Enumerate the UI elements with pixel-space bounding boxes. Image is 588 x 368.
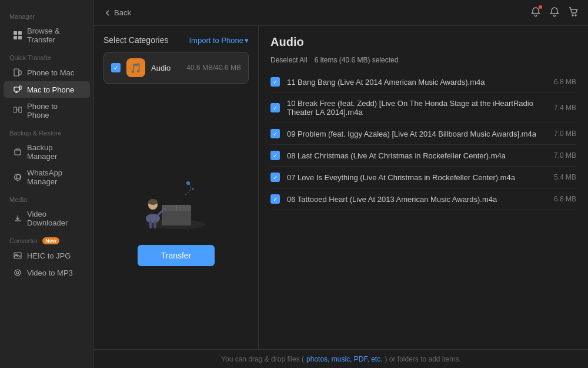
file-size-2: 7.0 MB [547, 130, 576, 138]
svg-rect-27 [149, 221, 152, 228]
sidebar-item-backup-manager[interactable]: Backup Manager [4, 140, 90, 164]
file-checkbox-0[interactable]: ✓ [270, 77, 280, 87]
import-btn-label: Import to Phone [189, 36, 244, 45]
phone-mac-icon [13, 68, 22, 77]
topbar-icons [530, 6, 579, 19]
sidebar-item-label: WhatsApp Manager [27, 168, 81, 186]
grid-icon [13, 31, 22, 40]
bell-icon[interactable] [549, 6, 560, 19]
whatsapp-icon [13, 173, 22, 182]
category-name: Audio [151, 64, 181, 72]
back-button[interactable]: Back [103, 8, 131, 17]
sidebar-item-label: HEIC to JPG [27, 251, 71, 260]
categories-panel: Select Categories Import to Phone ▾ ✓ 🎵 … [94, 26, 259, 349]
svg-point-17 [16, 271, 19, 274]
sidebar-item-label: Video to MP3 [27, 268, 73, 277]
file-item: ✓ 06 Tattooed Heart (Live At 2013 Americ… [270, 188, 576, 210]
back-label: Back [114, 8, 131, 17]
sidebar-item-video-downloader[interactable]: Video Downloader [4, 206, 90, 231]
sidebar: Manager Browse & Transfer Quick Transfer [0, 0, 94, 368]
file-checkbox-1[interactable]: ✓ [270, 103, 280, 112]
transfer-illustration [129, 163, 223, 233]
deselect-all-button[interactable]: Deselect All [270, 56, 308, 64]
illustration-area: Transfer [103, 88, 249, 340]
category-item-audio[interactable]: ✓ 🎵 Audio 40.6 MB/40.6 MB [103, 52, 249, 84]
section-label-quick-transfer: Quick Transfer [0, 48, 93, 64]
svg-rect-11 [19, 107, 22, 112]
sidebar-item-video-to-mp3[interactable]: Video to MP3 [4, 264, 90, 281]
svg-rect-3 [18, 36, 22, 39]
sidebar-item-mac-to-phone[interactable]: Mac to Phone [4, 81, 90, 98]
svg-rect-0 [14, 31, 17, 35]
download-icon [13, 214, 22, 223]
file-size-1: 7.4 MB [547, 104, 576, 112]
files-toolbar: Deselect All 6 items (40.6 MB) selected [270, 56, 576, 64]
svg-rect-28 [153, 221, 156, 228]
chevron-down-icon: ▾ [245, 36, 249, 45]
file-size-0: 6.8 MB [547, 78, 576, 86]
sidebar-item-whatsapp-manager[interactable]: WhatsApp Manager [4, 165, 90, 190]
file-size-5: 6.8 MB [547, 195, 576, 203]
svg-point-16 [15, 270, 21, 276]
section-label-manager: Manager [0, 7, 93, 22]
video-mp3-icon [13, 268, 22, 277]
file-name-0: 11 Bang Bang (Live At 2014 American Musi… [287, 78, 540, 87]
sidebar-item-phone-to-phone[interactable]: Phone to Phone [4, 98, 90, 123]
bottom-bar: You can drag & drop files ( photos, musi… [94, 349, 588, 368]
sidebar-section-quick-transfer: Quick Transfer Phone to Mac Mac to Phone [0, 48, 93, 124]
bottom-text-2: ) or folders to add items. [385, 355, 460, 363]
svg-rect-5 [19, 71, 21, 75]
files-list: ✓ 11 Bang Bang (Live At 2014 American Mu… [270, 71, 576, 340]
file-checkbox-2[interactable]: ✓ [270, 129, 280, 138]
bottom-link[interactable]: photos, music, PDF, etc. [306, 355, 382, 363]
import-to-phone-button[interactable]: Import to Phone ▾ [189, 36, 249, 45]
sidebar-item-browse-transfer[interactable]: Browse & Transfer [4, 23, 90, 48]
file-size-3: 7.0 MB [547, 151, 576, 160]
sidebar-section-backup: Backup & Restore Backup Manager WhatsApp… [0, 124, 93, 190]
file-item: ✓ 09 Problem (feat. Iggy Azalea) [Live A… [270, 123, 576, 145]
svg-point-26 [148, 199, 158, 205]
audio-checkbox[interactable]: ✓ [111, 63, 121, 72]
svg-rect-9 [19, 86, 21, 89]
file-name-2: 09 Problem (feat. Iggy Azalea) [Live At … [287, 130, 540, 138]
file-name-3: 08 Last Christmas (Live At Christmas in … [287, 151, 540, 160]
file-name-5: 06 Tattooed Heart (Live At 2013 American… [287, 195, 540, 204]
section-label-media: Media [0, 190, 93, 205]
audio-panel-title: Audio [270, 35, 576, 49]
section-label-converter: Converter New [0, 231, 93, 247]
file-checkbox-5[interactable]: ✓ [270, 194, 280, 204]
svg-point-30 [192, 188, 194, 190]
sidebar-item-label: Browse & Transfer [27, 26, 81, 44]
sidebar-item-heic-to-jpg[interactable]: HEIC to JPG [4, 247, 90, 264]
file-item: ✓ 11 Bang Bang (Live At 2014 American Mu… [270, 71, 576, 93]
category-size: 40.6 MB/40.6 MB [186, 64, 241, 72]
main-area: Back [94, 0, 588, 368]
sidebar-item-phone-to-mac[interactable]: Phone to Mac [4, 64, 90, 81]
sidebar-section-manager: Manager Browse & Transfer [0, 7, 93, 48]
mac-phone-icon [13, 85, 22, 94]
svg-rect-1 [18, 31, 22, 35]
svg-point-18 [572, 15, 573, 16]
sidebar-item-label: Phone to Phone [27, 102, 81, 120]
transfer-button[interactable]: Transfer [138, 245, 215, 266]
heic-icon [13, 251, 22, 260]
svg-point-19 [575, 15, 576, 16]
cart-icon[interactable] [568, 6, 579, 19]
svg-rect-4 [14, 69, 19, 76]
audio-icon-circle: 🎵 [126, 58, 145, 77]
sidebar-item-label: Mac to Phone [27, 85, 74, 94]
new-badge: New [42, 237, 59, 244]
file-checkbox-4[interactable]: ✓ [270, 173, 280, 182]
file-item: ✓ 07 Love Is Eveything (Live At Christma… [270, 167, 576, 188]
file-checkbox-3[interactable]: ✓ [270, 151, 280, 160]
svg-rect-2 [14, 36, 17, 39]
categories-title: Select Categories [103, 35, 169, 45]
phone-phone-icon [13, 106, 22, 115]
notification-icon[interactable] [530, 6, 541, 19]
bottom-text-1: You can drag & drop files ( [221, 355, 304, 363]
files-panel: Audio Deselect All 6 items (40.6 MB) sel… [259, 26, 588, 349]
sidebar-section-converter: Converter New HEIC to JPG Video to MP3 [0, 231, 93, 281]
svg-point-29 [186, 181, 190, 185]
topbar: Back [94, 0, 588, 26]
sidebar-item-label: Phone to Mac [27, 68, 74, 77]
